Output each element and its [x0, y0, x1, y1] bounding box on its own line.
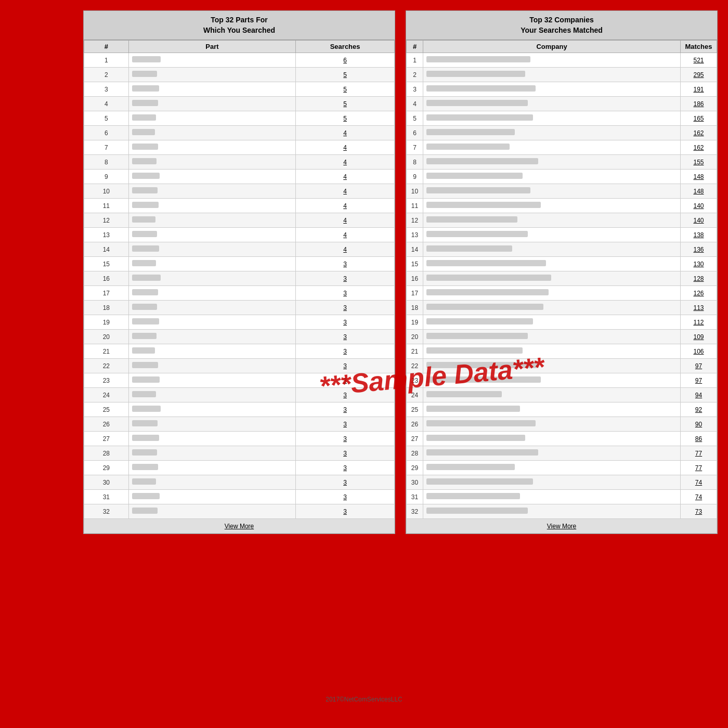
left-row-searches[interactable]: 4: [296, 126, 395, 140]
right-matches-link[interactable]: 94: [695, 392, 702, 399]
left-row-searches[interactable]: 3: [296, 388, 395, 402]
left-searches-link[interactable]: 5: [343, 86, 347, 93]
left-row-searches[interactable]: 5: [296, 68, 395, 82]
left-row-searches[interactable]: 4: [296, 228, 395, 242]
left-searches-link[interactable]: 4: [343, 217, 347, 224]
left-row-searches[interactable]: 5: [296, 82, 395, 97]
left-searches-link[interactable]: 5: [343, 115, 347, 122]
right-matches-link[interactable]: 140: [693, 217, 704, 224]
right-row-matches[interactable]: 97: [681, 373, 717, 388]
right-row-matches[interactable]: 94: [681, 388, 717, 402]
left-searches-link[interactable]: 4: [343, 144, 347, 151]
right-matches-link[interactable]: 128: [693, 275, 704, 282]
left-row-searches[interactable]: 4: [296, 242, 395, 257]
left-searches-link[interactable]: 3: [343, 261, 347, 268]
left-row-searches[interactable]: 6: [296, 53, 395, 68]
right-row-matches[interactable]: 165: [681, 111, 717, 126]
right-row-matches[interactable]: 148: [681, 170, 717, 184]
right-matches-link[interactable]: 97: [695, 362, 702, 370]
right-view-more-cell[interactable]: View More: [407, 519, 717, 534]
right-matches-link[interactable]: 73: [695, 508, 702, 515]
right-matches-link[interactable]: 140: [693, 202, 704, 210]
right-row-matches[interactable]: 138: [681, 228, 717, 242]
left-searches-link[interactable]: 3: [343, 493, 347, 501]
left-searches-link[interactable]: 3: [343, 479, 347, 486]
left-row-searches[interactable]: 4: [296, 213, 395, 228]
right-row-matches[interactable]: 86: [681, 432, 717, 446]
right-matches-link[interactable]: 148: [693, 173, 704, 180]
left-searches-link[interactable]: 3: [343, 304, 347, 311]
right-matches-link[interactable]: 74: [695, 479, 702, 486]
right-matches-link[interactable]: 162: [693, 129, 704, 137]
right-matches-link[interactable]: 126: [693, 290, 704, 297]
left-row-searches[interactable]: 5: [296, 97, 395, 111]
left-row-searches[interactable]: 4: [296, 199, 395, 213]
right-matches-link[interactable]: 77: [695, 450, 702, 457]
left-row-searches[interactable]: 3: [296, 504, 395, 519]
right-matches-link[interactable]: 191: [693, 86, 704, 93]
left-searches-link[interactable]: 4: [343, 202, 347, 210]
left-searches-link[interactable]: 3: [343, 290, 347, 297]
left-searches-link[interactable]: 4: [343, 231, 347, 239]
right-row-matches[interactable]: 77: [681, 446, 717, 461]
right-matches-link[interactable]: 112: [693, 319, 704, 326]
right-row-matches[interactable]: 162: [681, 140, 717, 155]
left-searches-link[interactable]: 6: [343, 57, 347, 64]
left-row-searches[interactable]: 4: [296, 155, 395, 170]
left-searches-link[interactable]: 4: [343, 129, 347, 137]
right-row-matches[interactable]: 90: [681, 417, 717, 432]
right-matches-link[interactable]: 186: [693, 100, 704, 108]
right-matches-link[interactable]: 521: [693, 57, 704, 64]
left-row-searches[interactable]: 3: [296, 402, 395, 417]
left-row-searches[interactable]: 3: [296, 286, 395, 301]
left-row-searches[interactable]: 3: [296, 359, 395, 373]
right-matches-link[interactable]: 109: [693, 333, 704, 341]
left-view-more-link[interactable]: View More: [225, 523, 254, 530]
right-row-matches[interactable]: 112: [681, 315, 717, 330]
left-searches-link[interactable]: 4: [343, 246, 347, 253]
left-searches-link[interactable]: 5: [343, 100, 347, 108]
right-row-matches[interactable]: 113: [681, 301, 717, 315]
left-searches-link[interactable]: 3: [343, 362, 347, 370]
right-matches-link[interactable]: 136: [693, 246, 704, 253]
left-row-searches[interactable]: 3: [296, 432, 395, 446]
right-row-matches[interactable]: 73: [681, 504, 717, 519]
right-matches-link[interactable]: 130: [693, 261, 704, 268]
left-row-searches[interactable]: 3: [296, 490, 395, 504]
left-searches-link[interactable]: 4: [343, 159, 347, 166]
right-row-matches[interactable]: 186: [681, 97, 717, 111]
left-row-searches[interactable]: 3: [296, 315, 395, 330]
right-row-matches[interactable]: 130: [681, 257, 717, 271]
left-searches-link[interactable]: 3: [343, 464, 347, 472]
left-searches-link[interactable]: 3: [343, 392, 347, 399]
right-row-matches[interactable]: 140: [681, 199, 717, 213]
right-row-matches[interactable]: 92: [681, 402, 717, 417]
right-matches-link[interactable]: 97: [695, 377, 702, 384]
right-matches-link[interactable]: 86: [695, 435, 702, 443]
left-row-searches[interactable]: 4: [296, 184, 395, 199]
right-matches-link[interactable]: 162: [693, 144, 704, 151]
right-row-matches[interactable]: 77: [681, 461, 717, 475]
left-row-searches[interactable]: 3: [296, 446, 395, 461]
left-searches-link[interactable]: 3: [343, 333, 347, 341]
right-row-matches[interactable]: 162: [681, 126, 717, 140]
right-row-matches[interactable]: 126: [681, 286, 717, 301]
left-searches-link[interactable]: 3: [343, 435, 347, 443]
left-row-searches[interactable]: 5: [296, 111, 395, 126]
right-matches-link[interactable]: 106: [693, 348, 704, 355]
right-row-matches[interactable]: 109: [681, 330, 717, 344]
right-row-matches[interactable]: 191: [681, 82, 717, 97]
right-matches-link[interactable]: 138: [693, 231, 704, 239]
right-matches-link[interactable]: 165: [693, 115, 704, 122]
left-searches-link[interactable]: 3: [343, 319, 347, 326]
right-row-matches[interactable]: 521: [681, 53, 717, 68]
right-matches-link[interactable]: 92: [695, 406, 702, 413]
right-row-matches[interactable]: 74: [681, 475, 717, 490]
left-row-searches[interactable]: 3: [296, 344, 395, 359]
left-row-searches[interactable]: 3: [296, 330, 395, 344]
right-row-matches[interactable]: 136: [681, 242, 717, 257]
left-row-searches[interactable]: 3: [296, 301, 395, 315]
left-row-searches[interactable]: 3: [296, 461, 395, 475]
right-view-more-link[interactable]: View More: [547, 523, 576, 530]
right-row-matches[interactable]: 97: [681, 359, 717, 373]
